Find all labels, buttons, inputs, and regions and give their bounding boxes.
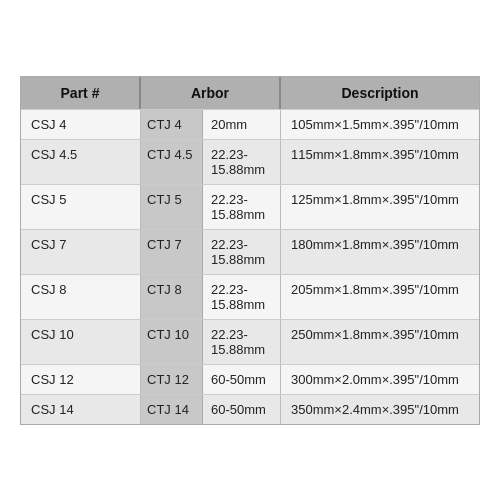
cell-part: CSJ 4.5 bbox=[21, 140, 141, 184]
cell-arbor: CTJ 1260-50mm bbox=[141, 365, 281, 394]
table-row: CSJ 8CTJ 822.23-15.88mm205mm×1.8mm×.395"… bbox=[21, 274, 479, 319]
cell-arbor: CTJ 1022.23-15.88mm bbox=[141, 320, 281, 364]
cell-description: 205mm×1.8mm×.395"/10mm bbox=[281, 275, 479, 319]
cell-arbor: CTJ 4.522.23-15.88mm bbox=[141, 140, 281, 184]
table-row: CSJ 14CTJ 1460-50mm350mm×2.4mm×.395"/10m… bbox=[21, 394, 479, 424]
arbor-id: CTJ 14 bbox=[141, 395, 203, 424]
cell-arbor: CTJ 722.23-15.88mm bbox=[141, 230, 281, 274]
header-arbor: Arbor bbox=[141, 77, 281, 109]
arbor-id: CTJ 7 bbox=[141, 230, 203, 274]
table-body: CSJ 4CTJ 420mm105mm×1.5mm×.395"/10mmCSJ … bbox=[21, 109, 479, 424]
table-header: Part # Arbor Description bbox=[21, 77, 479, 109]
cell-description: 300mm×2.0mm×.395"/10mm bbox=[281, 365, 479, 394]
arbor-id: CTJ 5 bbox=[141, 185, 203, 229]
table-row: CSJ 12CTJ 1260-50mm300mm×2.0mm×.395"/10m… bbox=[21, 364, 479, 394]
cell-arbor: CTJ 420mm bbox=[141, 110, 281, 139]
table-row: CSJ 5CTJ 522.23-15.88mm125mm×1.8mm×.395"… bbox=[21, 184, 479, 229]
cell-part: CSJ 14 bbox=[21, 395, 141, 424]
cell-part: CSJ 4 bbox=[21, 110, 141, 139]
cell-arbor: CTJ 1460-50mm bbox=[141, 395, 281, 424]
arbor-value: 20mm bbox=[203, 110, 280, 139]
cell-description: 115mm×1.8mm×.395"/10mm bbox=[281, 140, 479, 184]
arbor-id: CTJ 4 bbox=[141, 110, 203, 139]
table-row: CSJ 4.5CTJ 4.522.23-15.88mm115mm×1.8mm×.… bbox=[21, 139, 479, 184]
cell-description: 250mm×1.8mm×.395"/10mm bbox=[281, 320, 479, 364]
arbor-value: 22.23-15.88mm bbox=[203, 320, 280, 364]
arbor-value: 22.23-15.88mm bbox=[203, 275, 280, 319]
table-row: CSJ 10CTJ 1022.23-15.88mm250mm×1.8mm×.39… bbox=[21, 319, 479, 364]
cell-description: 105mm×1.5mm×.395"/10mm bbox=[281, 110, 479, 139]
arbor-value: 22.23-15.88mm bbox=[203, 230, 280, 274]
arbor-id: CTJ 12 bbox=[141, 365, 203, 394]
arbor-id: CTJ 4.5 bbox=[141, 140, 203, 184]
arbor-value: 60-50mm bbox=[203, 365, 280, 394]
arbor-value: 22.23-15.88mm bbox=[203, 140, 280, 184]
header-part: Part # bbox=[21, 77, 141, 109]
cell-description: 350mm×2.4mm×.395"/10mm bbox=[281, 395, 479, 424]
cell-part: CSJ 8 bbox=[21, 275, 141, 319]
cell-arbor: CTJ 822.23-15.88mm bbox=[141, 275, 281, 319]
cell-part: CSJ 12 bbox=[21, 365, 141, 394]
arbor-id: CTJ 10 bbox=[141, 320, 203, 364]
cell-arbor: CTJ 522.23-15.88mm bbox=[141, 185, 281, 229]
arbor-value: 22.23-15.88mm bbox=[203, 185, 280, 229]
table-row: CSJ 7CTJ 722.23-15.88mm180mm×1.8mm×.395"… bbox=[21, 229, 479, 274]
cell-description: 125mm×1.8mm×.395"/10mm bbox=[281, 185, 479, 229]
cell-description: 180mm×1.8mm×.395"/10mm bbox=[281, 230, 479, 274]
arbor-value: 60-50mm bbox=[203, 395, 280, 424]
table-row: CSJ 4CTJ 420mm105mm×1.5mm×.395"/10mm bbox=[21, 109, 479, 139]
header-description: Description bbox=[281, 77, 479, 109]
cell-part: CSJ 10 bbox=[21, 320, 141, 364]
product-table: Part # Arbor Description CSJ 4CTJ 420mm1… bbox=[20, 76, 480, 425]
arbor-id: CTJ 8 bbox=[141, 275, 203, 319]
table-wrapper: Part # Arbor Description CSJ 4CTJ 420mm1… bbox=[21, 77, 479, 424]
cell-part: CSJ 7 bbox=[21, 230, 141, 274]
cell-part: CSJ 5 bbox=[21, 185, 141, 229]
